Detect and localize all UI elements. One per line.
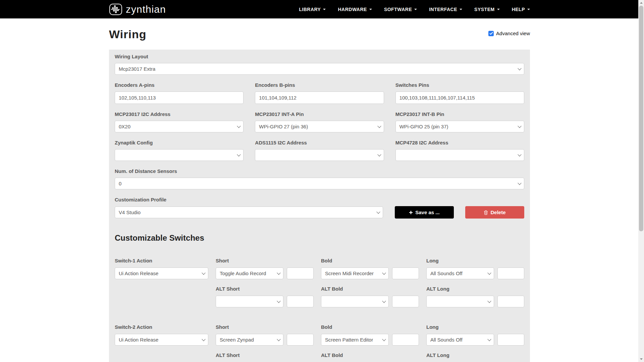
- switch-1-alt-short-select[interactable]: [216, 296, 283, 307]
- switch-1-long-input[interactable]: [497, 267, 524, 279]
- switch-1-alt-bold-select[interactable]: [321, 296, 389, 307]
- top-navbar: zynthian LIBRARY HARDWARE SOFTWARE INTER…: [0, 0, 644, 18]
- switch-2-action-label: Switch-2 Action: [115, 324, 208, 330]
- advanced-view-label: Advanced view: [496, 31, 530, 36]
- advanced-view-checkbox[interactable]: [488, 31, 494, 36]
- select-value: Toggle Audio Record: [220, 270, 266, 276]
- check-icon: [489, 32, 493, 35]
- switch-2-short-select[interactable]: Screen Zynpad: [216, 334, 283, 346]
- nav-label: HARDWARE: [338, 7, 367, 12]
- nav-label: SYSTEM: [474, 7, 495, 12]
- scrollbar-thumb[interactable]: [639, 6, 643, 231]
- switches-pins-field: Switches Pins: [395, 82, 524, 104]
- switch-2-short-input[interactable]: [287, 334, 314, 346]
- delete-label: Delete: [490, 209, 505, 215]
- switch-2-block: Switch-2 Action Short Bold Long Ui Actio…: [115, 324, 524, 358]
- page-title: Wiring: [109, 28, 146, 40]
- switch-1-bold-select[interactable]: Screen Midi Recorder: [321, 267, 389, 279]
- mcp4728-i2c-address-select[interactable]: [395, 149, 524, 161]
- switch-2-short-label: Short: [216, 324, 314, 330]
- wiring-layout-field: Wiring Layout Mcp23017 Extra: [115, 54, 524, 75]
- save-as-label: Save as ...: [415, 209, 440, 215]
- zynthian-waveform-icon: [109, 3, 122, 16]
- ads1115-i2c-address-select[interactable]: [255, 149, 384, 161]
- switch-1-action-select[interactable]: Ui Action Release: [115, 267, 208, 279]
- mcp23017-int-a-pin-field: MCP23017 INT-A Pin WPi-GPIO 27 (pin 36): [255, 111, 384, 132]
- switch-1-alt-bold-label: ALT Bold: [321, 286, 419, 292]
- scroll-up-button[interactable]: [638, 0, 644, 6]
- nav-item-help[interactable]: HELP: [512, 7, 530, 12]
- encoders-a-pins-label: Encoders A-pins: [115, 82, 244, 88]
- select-value: 0X20: [119, 124, 130, 129]
- distance-sensors-select[interactable]: 0: [115, 178, 524, 189]
- wiring-layout-select[interactable]: Mcp23017 Extra: [115, 63, 524, 75]
- switch-2-long-select[interactable]: All Sounds Off: [426, 334, 494, 346]
- delete-button[interactable]: Delete: [465, 206, 524, 219]
- select-value: 0: [119, 181, 121, 186]
- wiring-form-panel: Wiring Layout Mcp23017 Extra Encoders A-…: [109, 50, 530, 362]
- chevron-down-icon: [382, 271, 386, 275]
- customization-profile-select[interactable]: V4 Studio: [115, 206, 383, 218]
- switch-1-alt-bold-input[interactable]: [392, 296, 419, 307]
- nav-item-system[interactable]: SYSTEM: [474, 7, 500, 12]
- select-value: Ui Action Release: [119, 270, 158, 276]
- chevron-down-icon: [323, 9, 326, 10]
- customizable-switches-heading: Customizable Switches: [115, 233, 524, 243]
- switch-1-alt-short-input[interactable]: [287, 296, 314, 307]
- switch-2-long-label: Long: [426, 324, 524, 330]
- main-content: Wiring Advanced view Wiring Layout Mcp23…: [109, 28, 530, 362]
- save-as-button[interactable]: Save as ...: [395, 206, 454, 219]
- nav-item-library[interactable]: LIBRARY: [299, 7, 326, 12]
- chevron-down-icon: [202, 271, 205, 275]
- select-value: WPi-GPIO 25 (pin 37): [399, 124, 448, 129]
- nav-item-hardware[interactable]: HARDWARE: [338, 7, 372, 12]
- distance-sensors-field: Num. of Distance Sensors 0: [115, 168, 524, 189]
- switch-2-bold-input[interactable]: [392, 334, 419, 346]
- mcp23017-int-a-pin-label: MCP23017 INT-A Pin: [255, 111, 384, 117]
- chevron-down-icon: [487, 299, 491, 303]
- scroll-down-button[interactable]: [638, 356, 644, 362]
- switch-1-alt-long-select[interactable]: [426, 296, 494, 307]
- chevron-down-icon: [382, 337, 386, 341]
- select-value: All Sounds Off: [430, 337, 463, 343]
- zynaptik-config-select[interactable]: [115, 149, 244, 161]
- ads1115-i2c-address-label: ADS1115 I2C Address: [255, 140, 384, 145]
- mcp23017-i2c-address-field: MCP23017 I2C Address 0X20: [115, 111, 244, 132]
- advanced-view-toggle[interactable]: Advanced view: [488, 31, 530, 36]
- brand-logo[interactable]: zynthian: [109, 3, 166, 16]
- trash-icon: [484, 210, 488, 215]
- vertical-scrollbar[interactable]: [638, 0, 644, 362]
- mcp23017-i2c-address-select[interactable]: 0X20: [115, 121, 244, 132]
- plus-icon: [409, 210, 413, 215]
- switch-1-short-input[interactable]: [287, 267, 314, 279]
- zynaptik-config-field: Zynaptik Config: [115, 140, 244, 161]
- switch-2-long-input[interactable]: [497, 334, 524, 346]
- switch-1-alt-short-label: ALT Short: [216, 286, 314, 292]
- switch-1-alt-long-input[interactable]: [497, 296, 524, 307]
- switch-1-bold-input[interactable]: [392, 267, 419, 279]
- switch-1-short-label: Short: [216, 258, 314, 263]
- chevron-down-icon: [497, 9, 500, 10]
- switch-1-long-select[interactable]: All Sounds Off: [426, 267, 494, 279]
- nav-item-interface[interactable]: INTERFACE: [429, 7, 462, 12]
- select-value: All Sounds Off: [430, 270, 463, 276]
- switches-pins-input[interactable]: [395, 92, 524, 104]
- nav-label: SOFTWARE: [384, 7, 412, 12]
- switch-2-alt-long-label: ALT Long: [426, 352, 524, 358]
- customization-profile-field: Customization Profile V4 Studio Save as …: [115, 197, 524, 219]
- switch-2-action-select[interactable]: Ui Action Release: [115, 334, 208, 346]
- encoders-b-pins-input[interactable]: [255, 92, 384, 104]
- select-value: Ui Action Release: [119, 337, 158, 343]
- encoders-a-pins-input[interactable]: [115, 92, 244, 104]
- main-menu: LIBRARY HARDWARE SOFTWARE INTERFACE SYST…: [299, 7, 530, 12]
- mcp23017-int-a-pin-select[interactable]: WPi-GPIO 27 (pin 36): [255, 121, 384, 132]
- nav-item-software[interactable]: SOFTWARE: [384, 7, 417, 12]
- switch-1-short-select[interactable]: Toggle Audio Record: [216, 267, 283, 279]
- mcp23017-int-b-pin-select[interactable]: WPi-GPIO 25 (pin 37): [395, 121, 524, 132]
- switch-2-bold-select[interactable]: Screen Pattern Editor: [321, 334, 389, 346]
- wiring-layout-label: Wiring Layout: [115, 54, 524, 59]
- chevron-down-icon: [518, 124, 521, 128]
- switch-1-bold-label: Bold: [321, 258, 419, 263]
- distance-sensors-label: Num. of Distance Sensors: [115, 168, 524, 174]
- chevron-down-icon: [237, 153, 241, 156]
